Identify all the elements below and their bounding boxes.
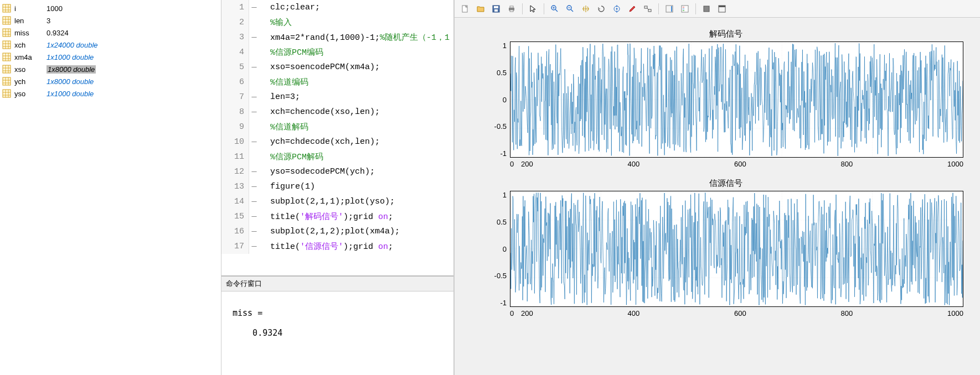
- code-line-7[interactable]: 7—len=3;: [221, 90, 453, 105]
- var-name: len: [14, 17, 47, 25]
- workspace-var-xch[interactable]: xch1x24000 double: [0, 39, 221, 51]
- rotate-icon[interactable]: [594, 2, 608, 16]
- code-line-13[interactable]: 13—figure(1): [221, 179, 453, 194]
- svg-rect-63: [671, 6, 672, 12]
- code-text[interactable]: figure(1): [259, 182, 315, 191]
- code-text[interactable]: %输入: [259, 17, 292, 28]
- axes[interactable]: [510, 191, 963, 307]
- code-line-14[interactable]: 14—subplot(2,1,1);plot(yso);: [221, 194, 453, 209]
- code-text[interactable]: %信道编码: [259, 77, 308, 87]
- code-text[interactable]: %信源PCM编码: [259, 47, 323, 58]
- ytick-label: -0.5: [494, 272, 507, 280]
- code-line-11[interactable]: 11%信源PCM解码: [221, 149, 453, 164]
- svg-point-56: [616, 8, 618, 9]
- breakpoint-dash[interactable]: —: [249, 137, 259, 147]
- workspace-var-yso[interactable]: yso1x1000 double: [0, 87, 221, 100]
- code-text[interactable]: title('解码信号');grid on;: [259, 211, 393, 222]
- breakpoint-dash[interactable]: —: [249, 227, 259, 236]
- breakpoint-dash[interactable]: —: [249, 62, 259, 72]
- var-name: ych: [14, 77, 47, 86]
- code-text[interactable]: subplot(2,1,2);plot(xm4a);: [259, 227, 400, 236]
- command-window-output[interactable]: miss = 0.9324: [221, 291, 453, 375]
- ytick-label: -0.5: [494, 122, 507, 131]
- link-icon[interactable]: [641, 2, 655, 16]
- breakpoint-dash[interactable]: —: [249, 182, 259, 191]
- code-line-10[interactable]: 10—ych=chdecode(xch,len);: [221, 134, 453, 149]
- breakpoint-dash[interactable]: —: [249, 92, 259, 102]
- ytick-label: 0: [503, 245, 507, 253]
- workspace-var-len[interactable]: len3: [0, 14, 221, 27]
- code-line-8[interactable]: 8—xch=chencode(xso,len);: [221, 105, 453, 119]
- breakpoint-dash[interactable]: —: [249, 212, 259, 221]
- dock-icon[interactable]: [715, 2, 729, 16]
- toolbar-separator: [695, 3, 696, 14]
- open-icon[interactable]: [473, 2, 488, 16]
- code-line-4[interactable]: 4%信源PCM编码: [221, 45, 453, 60]
- svg-rect-10: [3, 29, 11, 37]
- code-line-1[interactable]: 1—clc;clear;: [221, 0, 453, 15]
- code-line-2[interactable]: 2%输入: [221, 15, 453, 30]
- code-line-5[interactable]: 5—xso=soencodePCM(xm4a);: [221, 60, 453, 75]
- workspace-var-miss[interactable]: miss0.9324: [0, 27, 221, 39]
- svg-rect-46: [510, 6, 513, 8]
- axes[interactable]: [510, 41, 963, 158]
- workspace-var-ych[interactable]: ych1x8000 double: [0, 75, 221, 87]
- workspace-panel[interactable]: i1000len3miss0.9324xch1x24000 doublexm4a…: [0, 0, 221, 375]
- code-line-15[interactable]: 15—title('解码信号');grid on;: [221, 209, 453, 224]
- code-text[interactable]: xch=chencode(xso,len);: [259, 107, 380, 117]
- print-icon[interactable]: [504, 2, 519, 16]
- code-editor[interactable]: 1—clc;clear;2%输入3—xm4a=2*rand(1,1000)-1;…: [221, 0, 453, 275]
- code-text[interactable]: xm4a=2*rand(1,1000)-1;%随机产生（-1，1: [259, 32, 450, 43]
- line-number: 10: [221, 134, 249, 149]
- save-icon[interactable]: [489, 2, 503, 16]
- code-line-17[interactable]: 17—title('信源信号');grid on;: [221, 239, 453, 254]
- code-text[interactable]: subplot(2,1,1);plot(yso);: [259, 197, 395, 206]
- code-text[interactable]: len=3;: [259, 92, 300, 102]
- var-value: 1000: [47, 4, 63, 13]
- breakpoint-dash[interactable]: —: [249, 107, 259, 117]
- workspace-var-i[interactable]: i1000: [0, 2, 221, 14]
- code-line-6[interactable]: 6%信道编码: [221, 75, 453, 90]
- xtick-label: 800: [841, 160, 948, 168]
- workspace-var-xm4a[interactable]: xm4a1x1000 double: [0, 51, 221, 63]
- xtick-label: 1000: [947, 160, 963, 168]
- command-window[interactable]: 命令行窗口 miss = 0.9324: [221, 275, 453, 375]
- colorbar-icon[interactable]: [662, 2, 677, 16]
- legend-icon[interactable]: [678, 2, 692, 16]
- code-text[interactable]: yso=sodecodePCM(ych);: [259, 167, 375, 176]
- brush-icon[interactable]: [625, 2, 639, 16]
- pointer-icon[interactable]: [526, 2, 540, 16]
- xtick-label: 200: [521, 309, 628, 317]
- code-text[interactable]: ych=chdecode(xch,len);: [259, 137, 380, 147]
- var-name: yso: [14, 90, 47, 98]
- breakpoint-dash[interactable]: —: [249, 197, 259, 206]
- hide-icon[interactable]: [699, 2, 714, 16]
- y-axis-ticks: 10.50-0.5-1: [488, 191, 510, 307]
- code-line-3[interactable]: 3—xm4a=2*rand(1,1000)-1;%随机产生（-1，1: [221, 30, 453, 45]
- svg-rect-15: [3, 41, 11, 49]
- zoom-in-icon[interactable]: [548, 2, 562, 16]
- datatip-icon[interactable]: [610, 2, 624, 16]
- breakpoint-dash[interactable]: —: [249, 167, 259, 176]
- workspace-var-xso[interactable]: xso1x8000 double: [0, 63, 221, 75]
- new-icon[interactable]: [458, 2, 472, 16]
- var-value: 1x24000 double: [47, 41, 98, 49]
- pan-icon[interactable]: [579, 2, 593, 16]
- breakpoint-dash[interactable]: —: [249, 3, 259, 12]
- code-text[interactable]: %信源PCM解码: [259, 152, 323, 162]
- code-line-12[interactable]: 12—yso=sodecodePCM(ych);: [221, 164, 453, 179]
- zoom-out-icon[interactable]: [563, 2, 577, 16]
- subplot-1[interactable]: 解码信号10.50-0.5-102004006008001000: [488, 29, 963, 168]
- code-line-16[interactable]: 16—subplot(2,1,2);plot(xm4a);: [221, 224, 453, 239]
- code-text[interactable]: title('信源信号');grid on;: [259, 241, 393, 252]
- breakpoint-dash[interactable]: —: [249, 242, 259, 251]
- breakpoint-dash[interactable]: —: [249, 33, 259, 42]
- code-text[interactable]: xso=soencodePCM(xm4a);: [259, 62, 380, 72]
- xtick-label: 0: [510, 160, 521, 168]
- code-line-9[interactable]: 9%信道解码: [221, 119, 453, 134]
- code-text[interactable]: clc;clear;: [259, 3, 320, 12]
- code-text[interactable]: %信道解码: [259, 122, 308, 132]
- matrix-icon: [2, 65, 11, 74]
- x-axis-ticks: 02004006008001000: [510, 158, 963, 168]
- subplot-2[interactable]: 信源信号10.50-0.5-102004006008001000: [488, 178, 963, 317]
